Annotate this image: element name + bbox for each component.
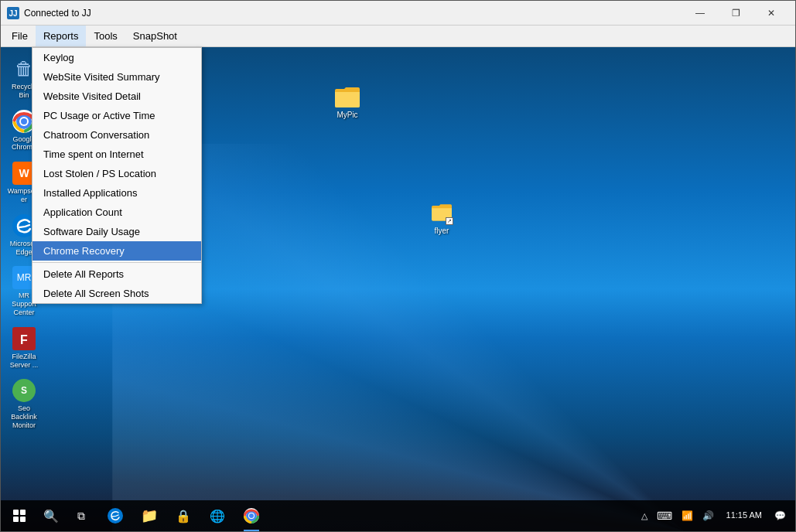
reports-dropdown: Keylog WebSite Visited Summary Website V… xyxy=(32,47,202,304)
desktop-icon-filezilla[interactable]: F FileZilla Server ... xyxy=(3,323,45,373)
menu-website-summary[interactable]: WebSite Visited Summary xyxy=(32,67,201,87)
taskbar-search-button[interactable]: 🔍 xyxy=(38,500,64,531)
taskbar: 🔍 ⧉ 📁 🔒 xyxy=(1,500,795,531)
taskbar-network-app[interactable]: 🌐 xyxy=(200,500,234,531)
menu-installed-apps[interactable]: Installed Applications xyxy=(32,183,201,203)
menu-chatroom[interactable]: Chatroom Conversation xyxy=(32,125,201,145)
taskbar-up-arrow[interactable]: △ xyxy=(638,500,651,531)
desktop-icon-mypic[interactable]: MyPic xyxy=(333,84,361,119)
svg-point-5 xyxy=(21,118,27,124)
title-bar: JJ Connected to JJ — ❐ ✕ xyxy=(1,1,795,26)
minimize-button[interactable]: — xyxy=(682,1,718,26)
desktop-icon-flyer[interactable]: ↗ flyer xyxy=(430,202,453,235)
main-window: JJ Connected to JJ — ❐ ✕ File Reports To… xyxy=(0,0,796,532)
menu-pc-usage[interactable]: PC Usage or Active Time xyxy=(32,106,201,125)
taskbar-clock[interactable]: 11:15 AM xyxy=(720,510,768,521)
start-button[interactable] xyxy=(1,500,38,531)
menu-tools[interactable]: Tools xyxy=(86,26,125,46)
window-controls: — ❐ ✕ xyxy=(682,1,789,26)
menu-website-detail[interactable]: Website Visited Detail xyxy=(32,87,201,106)
svg-point-13 xyxy=(249,513,254,518)
taskbar-chrome-app[interactable] xyxy=(234,500,268,531)
window-title: Connected to JJ xyxy=(24,8,678,19)
menu-reports[interactable]: Reports xyxy=(36,26,87,46)
svg-text:F: F xyxy=(20,333,28,346)
taskbar-volume-icon[interactable]: 🔊 xyxy=(699,500,717,531)
menu-delete-screenshots[interactable]: Delete All Screen Shots xyxy=(32,284,201,303)
desktop-icon-seo[interactable]: S Seo Backlink Monitor xyxy=(3,375,45,432)
menu-app-count[interactable]: Application Count xyxy=(32,203,201,222)
taskbar-edge-app[interactable] xyxy=(98,500,132,531)
menu-separator xyxy=(32,262,201,263)
menu-chrome-recovery[interactable]: Chrome Recovery xyxy=(32,241,201,261)
menu-software-usage[interactable]: Software Daily Usage xyxy=(32,222,201,241)
maximize-button[interactable]: ❐ xyxy=(718,1,753,26)
menu-delete-reports[interactable]: Delete All Reports xyxy=(32,264,201,284)
taskbar-notification-icon[interactable]: 💬 xyxy=(771,500,789,531)
svg-text:JJ: JJ xyxy=(9,9,17,18)
menu-bar: File Reports Tools SnapShot Keylog WebSi… xyxy=(1,26,795,47)
menu-file[interactable]: File xyxy=(4,26,36,46)
taskbar-system-tray: △ ⌨ 📶 🔊 11:15 AM 💬 xyxy=(638,500,795,531)
taskbar-folder-app[interactable]: 📁 xyxy=(132,500,166,531)
taskbar-task-view[interactable]: ⧉ xyxy=(64,500,98,531)
taskbar-keyboard-icon[interactable]: ⌨ xyxy=(654,500,675,531)
menu-snapshot[interactable]: SnapShot xyxy=(125,26,185,46)
taskbar-vault-app[interactable]: 🔒 xyxy=(166,500,200,531)
menu-time-internet[interactable]: Time spent on Internet xyxy=(32,145,201,164)
close-button[interactable]: ✕ xyxy=(753,1,789,26)
taskbar-network-icon[interactable]: 📶 xyxy=(678,500,696,531)
app-icon: JJ xyxy=(7,7,19,19)
menu-lost-stolen[interactable]: Lost Stolen / PS Location xyxy=(32,164,201,183)
menu-keylog[interactable]: Keylog xyxy=(32,48,201,67)
